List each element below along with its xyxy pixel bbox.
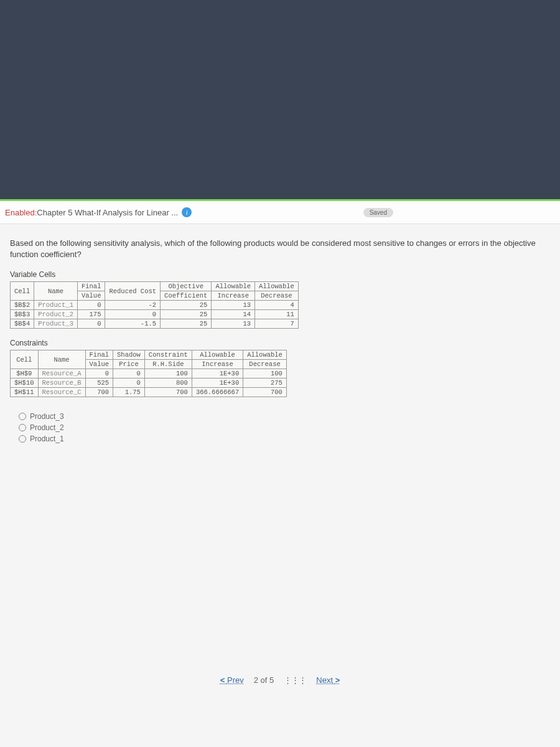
table-row: $B$3 Product_2 175 0 25 14 11 xyxy=(11,310,299,319)
cell: 100 xyxy=(243,369,287,378)
title-text: Chapter 5 What-If Analysis for Linear ..… xyxy=(37,208,178,217)
radio-icon[interactable] xyxy=(19,424,26,431)
variable-cells-label: Variable Cells xyxy=(10,270,550,279)
cell: $H$10 xyxy=(11,378,39,388)
cell: 14 xyxy=(212,310,255,319)
table-row: $H$9 Resource_A 0 0 100 1E+30 100 xyxy=(11,369,287,378)
th-cell: Cell xyxy=(11,282,34,301)
saved-badge: Saved xyxy=(363,208,393,217)
radio-icon[interactable] xyxy=(19,413,26,420)
cell: Product_1 xyxy=(34,301,78,310)
cell: 0 xyxy=(77,301,105,310)
cell: $B$4 xyxy=(11,319,34,329)
table-row: $B$4 Product_3 0 -1.5 25 13 7 xyxy=(11,319,299,329)
cell: Resource_B xyxy=(38,378,85,388)
th-allow2: Allowable xyxy=(255,282,299,291)
grid-icon[interactable]: ⋮⋮⋮ xyxy=(284,675,306,685)
next-button[interactable]: Next > xyxy=(316,675,340,685)
th-allow1: Allowable xyxy=(192,350,243,360)
cell: 4 xyxy=(255,301,299,310)
cell: 700 xyxy=(144,388,192,397)
th-price: Price xyxy=(113,360,145,369)
cell: 25 xyxy=(161,319,212,329)
cell: 0 xyxy=(85,369,113,378)
th-name: Name xyxy=(38,350,85,369)
cell: Product_2 xyxy=(34,310,78,319)
variable-cells-table: Cell Name Final Reduced Cost Objective A… xyxy=(10,281,299,329)
cell: 525 xyxy=(85,378,113,388)
cell: Resource_A xyxy=(38,369,85,378)
page-total: 5 xyxy=(269,675,274,685)
answer-option-1[interactable]: Product_2 xyxy=(19,423,550,432)
quiz-window: Enabled: Chapter 5 What-If Analysis for … xyxy=(0,199,560,747)
th-final: Final xyxy=(77,282,105,291)
th-cell: Cell xyxy=(11,350,39,369)
cell: 366.6666667 xyxy=(192,388,243,397)
th-value: Value xyxy=(77,291,105,301)
cell: $B$3 xyxy=(11,310,34,319)
table-row: $H$11 Resource_C 700 1.75 700 366.666666… xyxy=(11,388,287,397)
title-prefix: Enabled: xyxy=(5,208,37,217)
cell: $B$2 xyxy=(11,301,34,310)
info-icon[interactable]: i xyxy=(182,207,192,217)
question-text: Based on the following sensitivity analy… xyxy=(10,238,550,260)
chevron-right-icon: > xyxy=(335,675,340,685)
table-row: $H$10 Resource_B 525 0 800 1E+30 275 xyxy=(11,378,287,388)
cell: Resource_C xyxy=(38,388,85,397)
cell: Product_3 xyxy=(34,319,78,329)
th-name: Name xyxy=(34,282,78,301)
th-allow1: Allowable xyxy=(212,282,255,291)
th-reduced: Reduced Cost xyxy=(105,282,161,301)
cell: 1E+30 xyxy=(192,378,243,388)
prev-button[interactable]: < Prev xyxy=(220,675,244,685)
cell: 100 xyxy=(144,369,192,378)
table-row: $B$2 Product_1 0 -2 25 13 4 xyxy=(11,301,299,310)
page-indicator: 2 of 5 xyxy=(254,675,274,685)
cell: 7 xyxy=(255,319,299,329)
page-of: of xyxy=(261,675,268,685)
cell: $H$11 xyxy=(11,388,39,397)
cell: -1.5 xyxy=(105,319,161,329)
cell: $H$9 xyxy=(11,369,39,378)
th-cons: Constraint xyxy=(144,350,192,360)
th-value: Value xyxy=(85,360,113,369)
th-inc: Increase xyxy=(212,291,255,301)
th-dec: Decrease xyxy=(255,291,299,301)
th-shadow: Shadow xyxy=(113,350,145,360)
radio-icon[interactable] xyxy=(19,435,26,443)
answer-option-2[interactable]: Product_1 xyxy=(19,435,550,443)
cell: 1.75 xyxy=(113,388,145,397)
chevron-left-icon: < xyxy=(220,675,225,685)
constraints-table: Cell Name Final Shadow Constraint Allowa… xyxy=(10,350,287,397)
desktop-background xyxy=(0,0,560,199)
title-bar: Enabled: Chapter 5 What-If Analysis for … xyxy=(0,201,560,224)
th-inc: Increase xyxy=(192,360,243,369)
th-allow2: Allowable xyxy=(243,350,287,360)
answer-option-0[interactable]: Product_3 xyxy=(19,412,550,421)
cell: 0 xyxy=(77,319,105,329)
answer-label: Product_2 xyxy=(30,423,64,432)
page-current: 2 xyxy=(254,675,258,685)
cell: 25 xyxy=(161,310,212,319)
cell: 0 xyxy=(113,378,145,388)
answer-label: Product_3 xyxy=(30,412,64,421)
cell: 700 xyxy=(243,388,287,397)
cell: 11 xyxy=(255,310,299,319)
cell: 0 xyxy=(105,310,161,319)
constraints-label: Constraints xyxy=(10,339,550,347)
content-area: Based on the following sensitivity analy… xyxy=(0,224,560,459)
th-dec: Decrease xyxy=(243,360,287,369)
cell: -2 xyxy=(105,301,161,310)
answer-options: Product_3 Product_2 Product_1 xyxy=(19,412,550,443)
th-coef: Coefficient xyxy=(161,291,212,301)
cell: 13 xyxy=(212,301,255,310)
cell: 25 xyxy=(161,301,212,310)
cell: 13 xyxy=(212,319,255,329)
th-final: Final xyxy=(85,350,113,360)
th-rhs: R.H.Side xyxy=(144,360,192,369)
cell: 700 xyxy=(85,388,113,397)
cell: 800 xyxy=(144,378,192,388)
nav-bar: < Prev 2 of 5 ⋮⋮⋮ Next > xyxy=(0,675,560,685)
cell: 0 xyxy=(113,369,145,378)
next-label: Next xyxy=(316,675,333,685)
